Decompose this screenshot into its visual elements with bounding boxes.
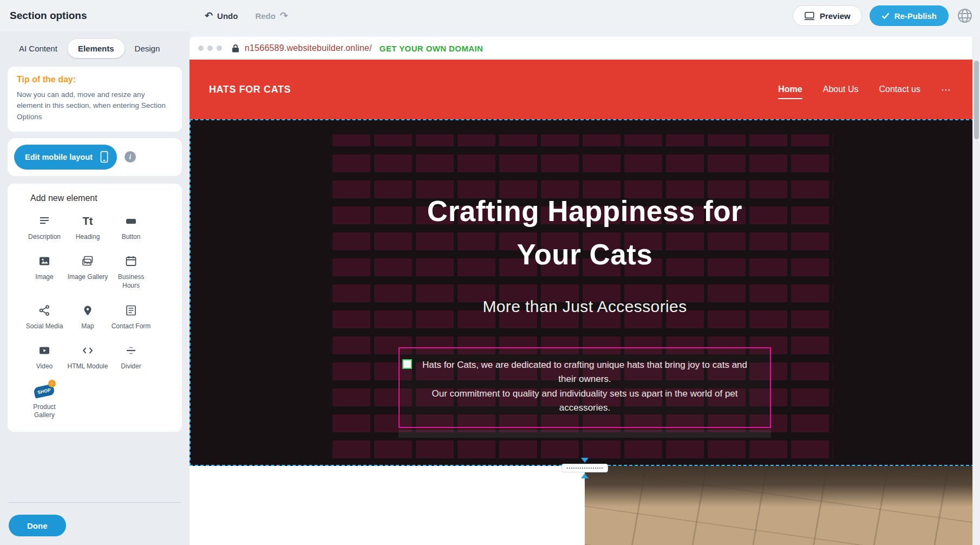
undo-redo-group: ↶ Undo Redo ↷ [205,0,288,31]
page-title: Section options [10,10,87,22]
preview-label: Preview [820,11,851,21]
page-scrollbar[interactable] [972,37,980,545]
top-toolbar: Section options ↶ Undo Redo ↷ Preview [0,0,980,31]
redo-icon: ↷ [280,11,288,21]
add-element-heading[interactable]: Tt Heading [66,213,109,242]
sidebar-divider [9,502,181,503]
window-dots [198,46,222,51]
tab-design[interactable]: Design [125,39,171,58]
republish-button[interactable]: Re-Publish [870,5,949,26]
image-gallery-icon [81,253,94,269]
arrow-up-icon [581,473,589,478]
redo-label: Redo [255,11,276,21]
hero-paragraph[interactable]: Hats for Cats, we are dedicated to craft… [414,358,756,415]
window-dot [198,46,204,51]
add-element-social-media[interactable]: Social Media [23,302,66,331]
site-url: n1566589.websitebuilder.online/ [245,43,372,53]
add-element-image[interactable]: Image [23,253,66,290]
button-icon [125,213,138,229]
undo-button[interactable]: ↶ Undo [205,11,238,21]
window-dot [207,46,213,51]
edit-mobile-card: Edit mobile layout i [8,138,182,176]
element-label: HTML Module [68,362,108,371]
nav-home[interactable]: Home [778,85,802,94]
element-label: Divider [121,362,141,371]
paving-photo[interactable] [585,466,980,545]
element-label: Description [28,233,61,242]
hero-content: Crafting Happiness for Your Cats More th… [191,120,979,465]
element-label: Product Gallery [24,403,65,420]
resize-grip [561,464,608,472]
heading-icon: Tt [83,213,93,229]
undo-label: Undo [217,11,238,21]
business-hours-icon [125,253,138,269]
language-globe-button[interactable] [956,7,974,24]
element-label: Social Media [26,322,63,331]
globe-icon [956,7,974,24]
contact-form-icon [125,302,138,319]
product-gallery-icon: SHOP ↑ [34,383,54,399]
edit-mobile-label: Edit mobile layout [25,153,93,161]
add-element-product-gallery[interactable]: SHOP ↑ Product Gallery [23,383,66,420]
upgrade-badge-icon: ↑ [48,380,56,387]
video-icon [38,342,51,359]
window-dot [217,46,222,51]
selected-hero-section[interactable]: Crafting Happiness for Your Cats More th… [190,119,980,466]
site-header[interactable]: HATS FOR CATS Home About Us Contact us ⋯ [190,60,980,119]
tab-ai-content[interactable]: AI Content [9,39,68,58]
description-icon [38,213,51,229]
lock-icon [232,44,239,53]
site-nav: Home About Us Contact us ⋯ [778,84,951,95]
social-media-icon [38,302,51,319]
next-section-white-block[interactable] [190,466,585,545]
add-element-business-hours[interactable]: Business Hours [109,253,153,290]
topbar-actions: Preview Re-Publish [793,0,974,31]
dotted-line [567,468,603,469]
site-logo[interactable]: HATS FOR CATS [209,84,291,95]
divider-icon [125,342,138,359]
nav-contact-us[interactable]: Contact us [879,85,920,94]
tab-elements[interactable]: Elements [68,39,125,58]
sidebar-tabs: AI Content Elements Design [9,39,181,58]
section-resize-handle[interactable] [561,458,608,478]
section-options-sidebar: AI Content Elements Design Tip of the da… [0,31,190,545]
add-element-description[interactable]: Description [23,213,66,242]
element-resize-handle[interactable] [402,359,412,369]
get-your-own-domain-link[interactable]: GET YOUR OWN DOMAIN [380,44,484,53]
add-element-button[interactable]: Button [109,213,153,242]
info-icon[interactable]: i [125,151,136,163]
app-body: AI Content Elements Design Tip of the da… [0,31,980,545]
add-element-image-gallery[interactable]: Image Gallery [66,253,109,290]
add-element-video[interactable]: Video [23,342,66,371]
element-label: Contact Form [112,322,151,331]
republish-label: Re-Publish [894,11,937,21]
redo-button[interactable]: Redo ↷ [255,11,288,21]
hero-subheading[interactable]: More than Just Accessories [482,297,687,316]
element-label: Heading [76,233,100,242]
monitor-icon [804,11,815,21]
tip-title: Tip of the day: [17,75,173,85]
add-element-divider[interactable]: Divider [109,342,153,371]
arrow-down-icon [581,458,589,463]
code-icon [81,342,94,359]
add-element-map[interactable]: Map [66,302,109,331]
done-button[interactable]: Done [9,515,66,536]
tip-of-the-day-card: Tip of the day: Now you can add, move an… [8,67,182,132]
check-icon [881,12,890,19]
element-label: Map [81,322,94,331]
preview-button[interactable]: Preview [793,5,862,26]
scrollbar-thumb[interactable] [974,61,979,139]
element-label: Image [35,273,53,282]
element-label: Button [122,233,141,242]
selected-text-element[interactable]: Hats for Cats, we are dedicated to craft… [398,347,771,428]
image-icon [38,253,51,269]
phone-icon [100,151,108,163]
browser-chrome-bar: n1566589.websitebuilder.online/ GET YOUR… [190,37,980,60]
edit-mobile-layout-button[interactable]: Edit mobile layout [14,145,117,170]
nav-more-icon[interactable]: ⋯ [941,84,951,95]
add-element-html-module[interactable]: HTML Module [66,342,109,371]
hero-heading[interactable]: Crafting Happiness for Your Cats [427,190,742,276]
add-element-contact-form[interactable]: Contact Form [109,302,153,331]
nav-about-us[interactable]: About Us [823,85,859,94]
element-label: Image Gallery [68,273,108,282]
